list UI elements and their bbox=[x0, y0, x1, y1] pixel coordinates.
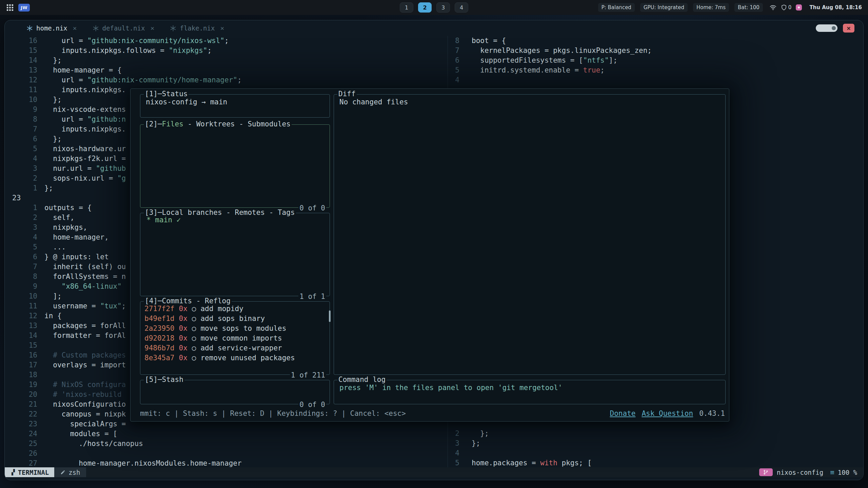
editor-line: 3}; bbox=[448, 439, 863, 448]
close-tab-icon[interactable]: × bbox=[220, 24, 224, 32]
editor-line: 14 }; bbox=[5, 56, 448, 65]
panel-title: Command log bbox=[337, 375, 387, 384]
clock: Thu Aug 08, 18:16 bbox=[809, 4, 862, 11]
panel-title: [1]─Status bbox=[144, 90, 189, 98]
line-number: 6 bbox=[5, 252, 43, 262]
workspace-1[interactable]: 1 bbox=[400, 2, 413, 13]
line-number: 10 bbox=[5, 95, 43, 105]
tab-flake-nix[interactable]: flake.nix × bbox=[170, 24, 224, 32]
diff-content: No changed files bbox=[334, 95, 725, 109]
line-number: 5 bbox=[5, 144, 43, 154]
editor-line: 4 bbox=[448, 75, 863, 85]
code-text: inherit (self) ou bbox=[44, 262, 126, 272]
status-panel[interactable]: [1]─Status nixos-config → main bbox=[140, 94, 330, 118]
line-number: 4 bbox=[5, 232, 43, 242]
code-text: ... bbox=[44, 242, 66, 252]
shield-icon[interactable]: 0 bbox=[781, 4, 792, 11]
line-number: 5 bbox=[5, 242, 43, 252]
commit-hash: 2a23950 bbox=[144, 324, 175, 333]
code-text: nixos-hardware.ur bbox=[44, 144, 126, 154]
workspace-4[interactable]: 4 bbox=[455, 2, 468, 13]
code-text: home.packages = with pkgs; [ bbox=[472, 458, 592, 468]
keybind-hints: mmit: c | Stash: s | Reset: D | Keybindi… bbox=[140, 409, 406, 419]
editor-line: 7 kernelPackages = pkgs.linuxPackages_ze… bbox=[448, 46, 863, 56]
tray-app-icon[interactable] bbox=[796, 4, 802, 11]
commit-row[interactable]: 2717f2f0x○add mopidy bbox=[144, 304, 330, 314]
close-tab-icon[interactable]: × bbox=[73, 24, 77, 32]
command-log-panel[interactable]: Command log press 'M' in the files panel… bbox=[334, 380, 726, 404]
editor-line: 2 }; bbox=[448, 429, 863, 439]
code-text: overlays = import bbox=[44, 360, 126, 370]
line-number: 27 bbox=[5, 459, 43, 468]
commit-message: add mopidy bbox=[200, 304, 243, 314]
commit-message: add sops binary bbox=[200, 314, 265, 324]
donate-link[interactable]: Donate bbox=[610, 409, 636, 419]
line-number: 14 bbox=[5, 56, 43, 65]
files-panel[interactable]: [2]─Files - Worktrees - Submodules 0 of … bbox=[140, 124, 330, 208]
window-pill-indicator[interactable] bbox=[816, 24, 837, 32]
system-tray: 0 bbox=[770, 4, 802, 11]
panel-count: 0 of 0 bbox=[298, 204, 326, 212]
code-text: } @ inputs: let bbox=[44, 252, 109, 262]
network-icon[interactable] bbox=[770, 4, 776, 11]
commit-graph-node: ○ bbox=[192, 333, 196, 343]
code-text: home-manager.nixosModules.home-manager bbox=[44, 459, 242, 468]
line-number: 7 bbox=[5, 124, 43, 134]
line-number: 4 bbox=[5, 154, 43, 164]
line-number: 3 bbox=[448, 439, 463, 448]
line-number: 1 bbox=[5, 183, 43, 193]
commit-hash: b49ef1d bbox=[144, 314, 175, 324]
code-text: modules = [ bbox=[44, 429, 117, 439]
line-number: 2 bbox=[448, 429, 463, 439]
code-text: home-manager, bbox=[44, 232, 109, 242]
ask-question-link[interactable]: Ask Question bbox=[642, 409, 693, 419]
tab-label: flake.nix bbox=[180, 24, 215, 32]
tab-default-nix[interactable]: default.nix × bbox=[93, 24, 155, 32]
stash-panel[interactable]: [5]─Stash 0 of 0 bbox=[140, 380, 330, 404]
editor-line: 24 modules = [ bbox=[5, 429, 448, 439]
line-number: 2 bbox=[5, 174, 43, 183]
branches-panel[interactable]: [3]─Local branches - Remotes - Tags * ma… bbox=[140, 213, 330, 296]
line-number: 23 bbox=[5, 419, 43, 429]
commits-panel[interactable]: [4]─Commits - Reflog 2717f2f0x○add mopid… bbox=[140, 301, 330, 375]
code-text: "x86_64-linux" bbox=[44, 282, 122, 291]
commit-row[interactable]: 8e345a70x○remove unused packages bbox=[144, 353, 330, 363]
line-number: 6 bbox=[448, 56, 463, 65]
user-logo-badge[interactable]: JW bbox=[18, 4, 30, 12]
commit-flag: 0x bbox=[179, 343, 188, 353]
app-launcher-icon[interactable] bbox=[6, 4, 14, 11]
line-number: 12 bbox=[5, 75, 43, 85]
line-number: 25 bbox=[5, 439, 43, 449]
line-number: 15 bbox=[5, 46, 43, 56]
commit-hash: d920218 bbox=[144, 333, 175, 343]
diff-panel[interactable]: Diff No changed files bbox=[334, 94, 726, 375]
statusline: ▞ TERMINAL zsh nixos-config ≡ 100 % bbox=[5, 467, 863, 477]
tab-home-nix[interactable]: home.nix × bbox=[26, 24, 77, 32]
battery-module: Bat: 100 bbox=[734, 3, 763, 12]
commit-row[interactable]: 9486b7d0x○add service-wrapper bbox=[144, 343, 330, 353]
line-number: 9 bbox=[5, 105, 43, 115]
panel-count: 1 of 211 bbox=[290, 371, 326, 379]
editor-line: 4 bbox=[448, 448, 863, 458]
commit-row[interactable]: b49ef1d0x○add sops binary bbox=[144, 314, 330, 324]
commit-row[interactable]: 2a239500x○move sops to modules bbox=[144, 324, 330, 333]
nix-snowflake-icon bbox=[170, 25, 176, 32]
line-number: 13 bbox=[5, 65, 43, 75]
line-number: 8 bbox=[448, 36, 463, 46]
window-close-button[interactable]: × bbox=[843, 24, 854, 33]
line-number: 18 bbox=[5, 370, 43, 380]
close-tab-icon[interactable]: × bbox=[150, 24, 154, 32]
code-text: initrd.systemd.enable = true; bbox=[472, 65, 605, 75]
code-text: inputs.nixpkgs. bbox=[44, 124, 126, 134]
scrollbar-thumb[interactable] bbox=[329, 310, 331, 322]
panel-title: [2]─Files - Worktrees - Submodules bbox=[144, 120, 292, 128]
code-text: formatter = forAl bbox=[44, 331, 126, 341]
editor-line: 5home.packages = with pkgs; [ bbox=[448, 458, 863, 468]
commit-row[interactable]: d9202180x○move common imports bbox=[144, 333, 330, 343]
shell-label: zsh bbox=[68, 469, 80, 476]
commit-hash: 9486b7d bbox=[144, 343, 175, 353]
workspace-2-active[interactable]: 2 bbox=[418, 2, 432, 13]
workspace-3[interactable]: 3 bbox=[436, 2, 450, 13]
panel-count: 1 of 1 bbox=[298, 292, 326, 301]
line-number: 14 bbox=[5, 331, 43, 341]
